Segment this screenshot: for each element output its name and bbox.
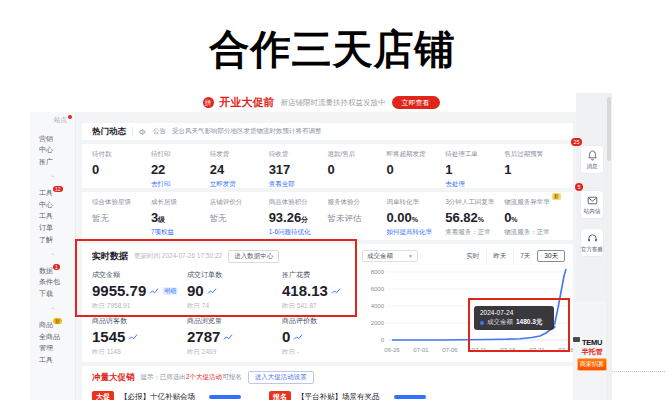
stat-overdue-ship: 即将超期发货 0 (386, 150, 445, 184)
banner-title: 开业大促前 (220, 95, 275, 110)
realtime-title: 实时数据 (92, 250, 128, 263)
sidebar-item[interactable]: 了解 (30, 234, 75, 246)
promo-title: 冲量大促销 (92, 372, 135, 384)
svg-text:07-01: 07-01 (413, 347, 429, 353)
series-dot-icon (480, 321, 484, 325)
stat-workorder: 待处理工单 1 去处理 (445, 150, 504, 184)
x-axis-labels: 06-26 07-01 07-06 07-11 07-16 07-21 07-2… (384, 347, 573, 353)
sidebar-item[interactable]: 中心 (30, 145, 75, 157)
messages-button[interactable]: 消息 (580, 145, 604, 174)
sidebar-item[interactable]: 数据 1 (30, 265, 75, 277)
sidebar-item[interactable]: 全商品 (30, 331, 75, 343)
sidebar-site-label[interactable]: 站点 (30, 116, 75, 125)
temu-mode-label: 半托管 (577, 347, 607, 357)
stat-reply-rate: 3分钟人工回复率 56.82% 查看服务：正常 (445, 198, 504, 236)
promo-badge: 大促 (92, 391, 114, 400)
metric-visitors: 商品访客数 1545 昨日 1148 (92, 316, 184, 357)
trend-chart-icon[interactable] (207, 287, 217, 295)
sidebar-item[interactable]: 条件包 (30, 277, 75, 289)
scrollbar-thumb[interactable] (607, 97, 611, 161)
sidebar-item[interactable]: 工具 (30, 355, 75, 367)
chevron-down-icon: ▼ (408, 253, 413, 259)
sidebar-item[interactable]: 推广 (30, 157, 75, 169)
stat-inquiry-conversion: 询单转化率 0.00% 如何提高转化率 (386, 198, 445, 236)
stat-service-score: 服务体验分 暂未评估 (328, 198, 387, 236)
official-service-button[interactable]: 官方客服 (580, 228, 604, 257)
inbox-badge: 5 (575, 183, 583, 191)
trend-chart-icon[interactable] (223, 333, 233, 341)
promo-campaign-card: 冲量大促销 提示：已筛选出2个大促活动可报名 进入大促活动设置 大促 【必报】十… (82, 366, 573, 400)
svg-text:2000: 2000 (371, 320, 385, 326)
svg-text:07-26: 07-26 (558, 347, 573, 353)
detail-tag[interactable]: 明细 (162, 287, 178, 295)
tab-7days[interactable]: 7天 (513, 250, 537, 262)
promo-settings-button[interactable]: 进入大促活动设置 (248, 371, 314, 384)
stat-growth-level: 成长层级 3级 7项权益 (151, 198, 210, 236)
tab-realtime[interactable]: 实时 (459, 250, 486, 262)
promo-item-text: 【平台补贴】场景有奖品 (297, 392, 380, 400)
enter-data-center-button[interactable]: 进入数据中心 (228, 250, 279, 263)
stat-to-print: 待打印 22 去打印 (151, 150, 210, 184)
inbox-button[interactable]: 站内信 (580, 190, 604, 219)
temu-recruit-sticker[interactable]: TEMU 半托管 商家招募 (577, 338, 607, 371)
sidebar-item[interactable]: 中心 (30, 199, 75, 211)
chart-metric-select[interactable]: 成交金额 ▼ (362, 250, 418, 262)
chevron-up-icon[interactable]: ⌃ (30, 306, 75, 313)
sidebar-item[interactable]: 管理 (30, 343, 75, 355)
metric-gmv: 成交金额 9955.79 明细 昨日 7958.91 (92, 270, 184, 311)
trend-chart-icon[interactable] (128, 333, 138, 341)
tooltip-date: 2024-07-24 (480, 309, 548, 316)
tab-yesterday[interactable]: 昨天 (486, 250, 513, 262)
brand-logo-icon: 拼 (203, 97, 214, 108)
chevron-up-icon[interactable]: ⌃ (30, 174, 75, 181)
metric-pageviews: 商品浏览量 2787 昨日 2469 (187, 316, 279, 357)
divider (132, 127, 133, 136)
svg-text:06-26: 06-26 (384, 347, 400, 353)
announcement-text[interactable]: 受台风天气影响部分地区发货物流时效预计将有调整 (172, 127, 322, 136)
stat-product-score: 商品体验积分 93.26分 1-6问题待优化 (269, 198, 328, 236)
dotted-divider (606, 371, 665, 372)
realtime-data-card: 实时数据 更新时间 2024-07-26 17:50:22 进入数据中心 成交金… (82, 244, 573, 362)
trend-chart-icon[interactable] (293, 333, 303, 341)
temu-recruit-button[interactable]: 商家招募 (577, 358, 607, 371)
tooltip-series: 成交金额 (487, 318, 513, 327)
sidebar-badge: 新 (53, 318, 62, 324)
promo-badge: 报名 (269, 391, 291, 400)
stat-refund: 退款/售后 0 (328, 150, 387, 184)
float-button-label: 站内信 (584, 208, 601, 215)
svg-text:07-06: 07-06 (442, 347, 458, 353)
yellow-tag: 新 (552, 193, 561, 200)
svg-text:4000: 4000 (371, 303, 385, 309)
trend-chart-icon[interactable] (331, 287, 341, 295)
sticker-corner-tag (573, 337, 580, 342)
megaphone-icon (139, 128, 147, 136)
trend-chart-icon[interactable] (149, 287, 159, 295)
sidebar-item[interactable]: 营销 (30, 133, 75, 145)
order-stats-card: 待付款 0 待打印 22 去打印 待发货 24 立即发货 待收货 317 查看全… (82, 144, 573, 188)
stat-to-ship: 待发货 24 立即发货 (210, 150, 269, 184)
tab-30days[interactable]: 30天 (537, 250, 565, 262)
sidebar-item[interactable]: 工具 (30, 211, 75, 223)
svg-text:07-16: 07-16 (500, 347, 516, 353)
float-button-label: 官方客服 (581, 246, 603, 253)
sidebar-item[interactable]: 商品 新 (30, 319, 75, 331)
promo-item[interactable]: 大促 【必报】十亿补贴会场 (92, 391, 241, 400)
tooltip-value: 1480.3元 (516, 318, 542, 327)
chevron-up-icon[interactable]: ⌃ (30, 252, 75, 259)
promo-item[interactable]: 报名 【平台补贴】场景有奖品 (269, 391, 426, 400)
stat-shop-rating: 店铺评价分 暂无 (210, 198, 269, 236)
headset-icon (587, 233, 598, 244)
svg-text:0: 0 (381, 337, 385, 343)
chart-tooltip: 2024-07-24 成交金额 1480.3元 (474, 306, 554, 330)
top-banner[interactable]: 拼 开业大促前 新店铺限时流量扶持权益发放中 立即查看 (30, 93, 612, 112)
sidebar-item[interactable]: 下载 (30, 289, 75, 301)
banner-cta-button[interactable]: 立即查看 (392, 96, 440, 109)
updated-timestamp: 更新时间 2024-07-26 17:50:22 (134, 252, 222, 261)
hot-news-bar: 热门动态 公告 受台风天气影响部分地区发货物流时效预计将有调整 (82, 123, 573, 140)
sidebar-item[interactable]: 订单 (30, 223, 75, 235)
sidebar-item[interactable]: 工具 12 (30, 187, 75, 199)
stat-aftersale-warning: 售后过期预警 1 (504, 150, 563, 184)
stat-pending-payment: 待付款 0 (92, 150, 151, 184)
stat-logistics-abnormal: 物流服务异常率 新 0% 物流服务：正常 (504, 198, 563, 236)
screenshot-stage: 合作三天店铺 拼 开业大促前 新店铺限时流量扶持权益发放中 立即查看 站点 营销… (0, 0, 665, 400)
